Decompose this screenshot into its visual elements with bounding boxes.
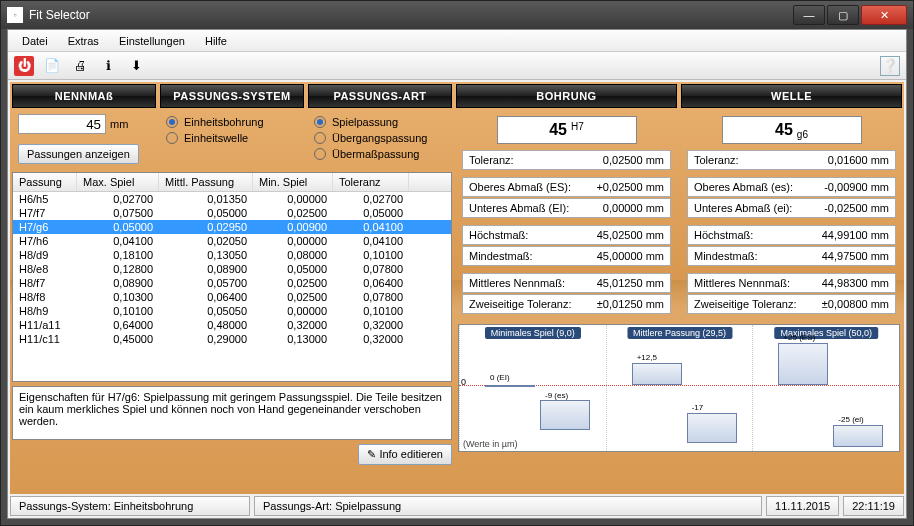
col-tol[interactable]: Toleranz xyxy=(333,173,409,191)
cell-mean: 0,05700 xyxy=(159,276,253,290)
cell-min: 0,02500 xyxy=(253,276,333,290)
cell-fit: H7/h6 xyxy=(13,234,77,248)
col-fit[interactable]: Passung xyxy=(13,173,77,191)
fits-table: Passung Max. Spiel Mittl. Passung Min. S… xyxy=(12,172,452,382)
radio-clearance[interactable]: Spielpassung xyxy=(314,114,446,130)
cell-max: 0,07500 xyxy=(77,206,159,220)
menu-settings[interactable]: Einstellungen xyxy=(109,32,195,50)
table-row[interactable]: H11/a110,640000,480000,320000,32000 xyxy=(13,318,451,332)
col-mean[interactable]: Mittl. Passung xyxy=(159,173,253,191)
cell-max: 0,02700 xyxy=(77,192,159,206)
cell-fit: H11/a11 xyxy=(13,318,77,332)
bore-value: 45 xyxy=(549,121,567,139)
radio-unit-shaft[interactable]: Einheitswelle xyxy=(166,130,298,146)
bore-tol-value: 0,02500 mm xyxy=(597,154,670,166)
chart-bar xyxy=(632,363,682,385)
bore-ei-value: 0,00000 mm xyxy=(597,202,670,214)
cell-mean: 0,01350 xyxy=(159,192,253,206)
titlebar[interactable]: ▫ Fit Selector — ▢ ✕ xyxy=(1,1,913,29)
export-icon[interactable]: ⬇ xyxy=(126,56,146,76)
maximize-button[interactable]: ▢ xyxy=(827,5,859,25)
menu-file[interactable]: Datei xyxy=(12,32,58,50)
col-min[interactable]: Min. Spiel xyxy=(253,173,333,191)
radio-transition[interactable]: Übergangspassung xyxy=(314,130,446,146)
radio-label: Einheitswelle xyxy=(184,132,248,144)
shaft-max-label: Höchstmaß: xyxy=(688,229,816,241)
shaft-min-label: Mindestmaß: xyxy=(688,250,816,262)
chart-label: 0 (EI) xyxy=(490,373,510,382)
table-row[interactable]: H7/g60,050000,029500,009000,04100 xyxy=(13,220,451,234)
chart-label: -9 (es) xyxy=(545,391,568,400)
radio-interference[interactable]: Übermaßpassung xyxy=(314,146,446,162)
cell-min: 0,00000 xyxy=(253,192,333,206)
copy-icon[interactable]: 📄 xyxy=(42,56,62,76)
cell-mean: 0,13050 xyxy=(159,248,253,262)
table-row[interactable]: H8/f70,089000,057000,025000,06400 xyxy=(13,276,451,290)
power-icon[interactable]: ⏻ xyxy=(14,56,34,76)
chart-min-title: Minimales Spiel (9,0) xyxy=(485,327,581,339)
chart-bar xyxy=(540,400,590,430)
cell-min: 0,08000 xyxy=(253,248,333,262)
table-row[interactable]: H7/f70,075000,050000,025000,05000 xyxy=(13,206,451,220)
bore-min-value: 45,00000 mm xyxy=(591,250,670,262)
radio-unit-bore[interactable]: Einheitsbohrung xyxy=(166,114,298,130)
shaft-max-value: 44,99100 mm xyxy=(816,229,895,241)
shaft-bil-value: ±0,00800 mm xyxy=(816,298,895,310)
chart-label: -25 (ei) xyxy=(838,415,863,424)
status-type: Passungs-Art: Spielpassung xyxy=(254,496,762,516)
radio-icon xyxy=(314,116,326,128)
chart-bar xyxy=(687,413,737,443)
close-button[interactable]: ✕ xyxy=(861,5,907,25)
radio-icon xyxy=(314,148,326,160)
table-body[interactable]: H6/h50,027000,013500,000000,02700H7/f70,… xyxy=(13,192,451,381)
cell-mean: 0,48000 xyxy=(159,318,253,332)
cell-tol: 0,07800 xyxy=(333,262,409,276)
edit-info-button[interactable]: ✎ Info editieren xyxy=(358,444,452,465)
edit-info-label: Info editieren xyxy=(379,448,443,460)
table-header: Passung Max. Spiel Mittl. Passung Min. S… xyxy=(13,173,451,192)
cell-max: 0,18100 xyxy=(77,248,159,262)
table-row[interactable]: H6/h50,027000,013500,000000,02700 xyxy=(13,192,451,206)
cell-max: 0,10100 xyxy=(77,304,159,318)
help-icon[interactable]: ❔ xyxy=(880,56,900,76)
table-row[interactable]: H8/d90,181000,130500,080000,10100 xyxy=(13,248,451,262)
shaft-tol-value: 0,01600 mm xyxy=(822,154,895,166)
cell-mean: 0,29000 xyxy=(159,332,253,346)
table-row[interactable]: H7/h60,041000,020500,000000,04100 xyxy=(13,234,451,248)
table-row[interactable]: H8/e80,128000,089000,050000,07800 xyxy=(13,262,451,276)
table-row[interactable]: H8/h90,101000,050500,000000,10100 xyxy=(13,304,451,318)
cell-fit: H7/f7 xyxy=(13,206,77,220)
shaft-value: 45 xyxy=(775,121,793,139)
bore-mean-value: 45,01250 mm xyxy=(591,277,670,289)
bore-ei-label: Unteres Abmaß (EI): xyxy=(463,202,597,214)
nominal-input[interactable] xyxy=(18,114,106,134)
cell-min: 0,02500 xyxy=(253,290,333,304)
cell-min: 0,02500 xyxy=(253,206,333,220)
cell-fit: H8/f7 xyxy=(13,276,77,290)
shaft-grade: g6 xyxy=(797,129,808,140)
table-row[interactable]: H8/f80,103000,064000,025000,07800 xyxy=(13,290,451,304)
bore-es-label: Oberes Abmaß (ES): xyxy=(463,181,590,193)
cell-mean: 0,02050 xyxy=(159,234,253,248)
shaft-mean-label: Mittleres Nennmaß: xyxy=(688,277,816,289)
bore-bil-value: ±0,01250 mm xyxy=(591,298,670,310)
show-fits-button[interactable]: Passungen anzeigen xyxy=(18,144,139,164)
menu-extras[interactable]: Extras xyxy=(58,32,109,50)
cell-min: 0,00900 xyxy=(253,220,333,234)
shaft-tol-label: Toleranz: xyxy=(688,154,822,166)
minimize-button[interactable]: — xyxy=(793,5,825,25)
radio-label: Spielpassung xyxy=(332,116,398,128)
info-icon[interactable]: ℹ xyxy=(98,56,118,76)
statusbar: Passungs-System: Einheitsbohrung Passung… xyxy=(10,496,904,516)
cell-fit: H11/c11 xyxy=(13,332,77,346)
cell-fit: H6/h5 xyxy=(13,192,77,206)
bore-column: BOHRUNG 45H7 Toleranz:0,02500 mm Oberes … xyxy=(456,84,677,322)
table-row[interactable]: H11/c110,450000,290000,130000,32000 xyxy=(13,332,451,346)
header-bore: BOHRUNG xyxy=(456,84,677,108)
bore-max-label: Höchstmaß: xyxy=(463,229,591,241)
menu-help[interactable]: Hilfe xyxy=(195,32,237,50)
col-max[interactable]: Max. Spiel xyxy=(77,173,159,191)
print-icon[interactable]: 🖨 xyxy=(70,56,90,76)
cell-tol: 0,05000 xyxy=(333,206,409,220)
chart-mean-title: Mittlere Passung (29,5) xyxy=(627,327,732,339)
